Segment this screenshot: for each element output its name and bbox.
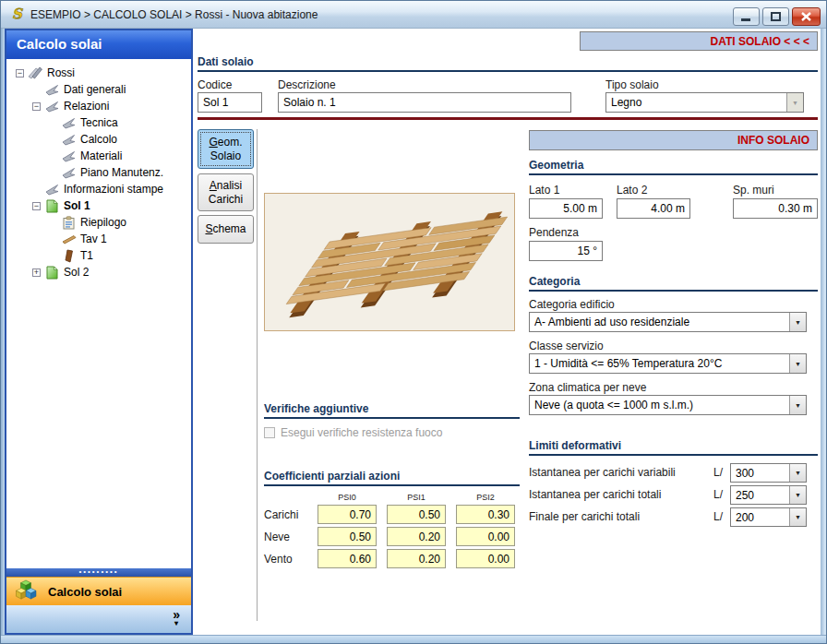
collapse-chevron-icon[interactable]: » ▾ xyxy=(173,611,180,627)
tree-collapse-icon[interactable]: − xyxy=(32,102,41,111)
dropdown-arrow-icon: ▼ xyxy=(786,93,803,112)
categoria-edificio-label: Categoria edificio xyxy=(529,298,615,311)
app-logo-icon: S xyxy=(11,6,28,25)
carichi-psi0-input[interactable]: 0.70 xyxy=(318,505,377,524)
dropdown-arrow-icon[interactable]: ▼ xyxy=(789,396,806,414)
neve-psi2-input[interactable]: 0.00 xyxy=(456,527,515,546)
neve-psi0-input[interactable]: 0.50 xyxy=(318,527,377,546)
categoria-edificio-dropdown[interactable]: A- Ambienti ad uso residenziale ▼ xyxy=(529,312,807,332)
svg-text:S: S xyxy=(12,6,23,22)
tree-item-label: Rossi xyxy=(47,66,75,79)
section-title-coefficienti: Coefficienti parziali azioni xyxy=(264,470,400,483)
minimize-button[interactable] xyxy=(733,7,760,26)
descrizione-label: Descrizione xyxy=(278,78,336,91)
section-title-categoria: Categoria xyxy=(529,275,580,288)
lato2-input[interactable]: 4.00 m xyxy=(617,198,690,219)
zona-climatica-dropdown[interactable]: Neve (a quota <= 1000 m s.l.m.) ▼ xyxy=(529,395,807,415)
arrow-icon xyxy=(61,149,77,163)
dati-solaio-button[interactable]: DATI SOLAIO < < < xyxy=(580,31,818,51)
titlebar[interactable]: S ESEMPIO > CALCOLO SOLAI > Rossi - Nuov… xyxy=(1,1,827,29)
wood-icon xyxy=(61,248,77,263)
carichi-psi1-input[interactable]: 0.50 xyxy=(387,505,446,524)
vento-psi1-input[interactable]: 0.20 xyxy=(387,549,446,568)
tools-icon xyxy=(28,66,43,80)
limite-1-dropdown[interactable]: 300 ▼ xyxy=(730,463,807,483)
tree-item-relazioni[interactable]: −Relazioni xyxy=(6,98,191,114)
limite-3-dropdown[interactable]: 200 ▼ xyxy=(730,507,807,527)
tree-collapse-icon[interactable]: − xyxy=(32,202,41,210)
arrow-icon xyxy=(61,115,77,130)
limite-1-prefix: L/ xyxy=(713,466,723,479)
vento-psi0-input[interactable]: 0.60 xyxy=(318,549,377,568)
classe-servizio-dropdown[interactable]: 1 - Umidità <= 65% Temperatura 20°C ▼ xyxy=(529,353,807,374)
limite-3-prefix: L/ xyxy=(713,510,723,523)
content-divider xyxy=(257,129,258,621)
tree-item-label: Calcolo xyxy=(80,133,117,146)
row-label-vento: Vento xyxy=(264,553,293,566)
navigation-tree[interactable]: −RossiDati generali−RelazioniTecnicaCalc… xyxy=(6,59,191,568)
tree-expand-icon[interactable]: + xyxy=(32,268,41,277)
vento-psi2-input[interactable]: 0.00 xyxy=(456,549,515,568)
dropdown-arrow-icon[interactable]: ▼ xyxy=(789,354,806,373)
lato2-label: Lato 2 xyxy=(617,184,647,197)
neve-psi1-input[interactable]: 0.20 xyxy=(387,527,446,546)
tree-item-rossi[interactable]: −Rossi xyxy=(6,65,191,81)
nav-collapse-panel[interactable]: » ▾ xyxy=(6,605,191,633)
tree-item-dati-generali[interactable]: Dati generali xyxy=(6,81,191,98)
row-label-carichi: Carichi xyxy=(264,508,298,521)
fuoco-checkbox[interactable] xyxy=(264,427,275,438)
arrow-icon xyxy=(44,182,60,197)
window-title: ESEMPIO > CALCOLO SOLAI > Rossi - Nuova … xyxy=(30,8,318,21)
maroon-rule xyxy=(198,117,818,120)
section-rule xyxy=(529,290,818,292)
tab-geom-solaio[interactable]: Geom. Solaio xyxy=(198,129,254,169)
codice-input[interactable]: Sol 1 xyxy=(198,92,262,113)
psi0-column-header: PSI0 xyxy=(318,493,377,502)
info-solaio-button[interactable]: INFO SOLAIO xyxy=(529,130,818,150)
tree-item-tav-1[interactable]: Tav 1 xyxy=(6,231,191,247)
carichi-psi2-input[interactable]: 0.30 xyxy=(456,505,515,524)
tree-item-informazioni-stampe[interactable]: Informazioni stampe xyxy=(6,181,191,197)
tree-item-materiali[interactable]: Materiali xyxy=(6,148,191,164)
tree-item-label: Relazioni xyxy=(64,100,109,113)
tree-item-piano-manutenz-[interactable]: Piano Manutenz. xyxy=(6,164,191,181)
dropdown-arrow-icon[interactable]: ▼ xyxy=(789,508,806,526)
tipo-solaio-dropdown[interactable]: Legno ▼ xyxy=(605,92,804,113)
splitter-handle[interactable]: ••••••••• xyxy=(6,568,191,577)
section-title-geometria: Geometria xyxy=(529,159,583,172)
arrow-icon xyxy=(61,132,77,147)
dropdown-arrow-icon[interactable]: ▼ xyxy=(789,486,806,504)
psi2-column-header: PSI2 xyxy=(456,493,515,502)
status-bar xyxy=(1,635,827,644)
dropdown-arrow-icon[interactable]: ▼ xyxy=(789,464,806,482)
tree-item-t1[interactable]: T1 xyxy=(6,247,191,264)
arrow-icon xyxy=(61,165,77,180)
nav-calcolo-solai-button[interactable]: Calcolo solai xyxy=(6,577,191,605)
spmuri-input[interactable]: 0.30 m xyxy=(733,198,818,219)
dropdown-arrow-icon[interactable]: ▼ xyxy=(789,313,806,331)
pendenza-input[interactable]: 15 ° xyxy=(529,241,603,261)
tree-item-calcolo[interactable]: Calcolo xyxy=(6,131,191,148)
close-button[interactable] xyxy=(792,7,821,26)
zona-climatica-label: Zona climatica per neve xyxy=(529,381,646,394)
tree-collapse-icon[interactable]: − xyxy=(16,69,24,78)
tree-item-tecnica[interactable]: Tecnica xyxy=(6,114,191,131)
limite-2-label: Istantanea per carichi totali xyxy=(529,488,661,501)
section-rule xyxy=(529,173,818,175)
nav-calcolo-solai-label: Calcolo solai xyxy=(48,585,122,599)
maximize-button[interactable] xyxy=(762,7,789,26)
tab-analisi-carichi[interactable]: Analisi Carichi xyxy=(198,173,254,211)
tree-item-sol-2[interactable]: +Sol 2 xyxy=(6,264,191,280)
window-frame-right xyxy=(821,29,827,635)
tab-schema[interactable]: Schema xyxy=(198,215,254,244)
tree-item-riepilogo[interactable]: Riepilogo xyxy=(6,214,191,231)
wood-floor-image xyxy=(264,193,515,331)
limite-2-prefix: L/ xyxy=(713,488,723,501)
tree-item-sol-1[interactable]: −Sol 1 xyxy=(6,197,191,214)
limite-2-dropdown[interactable]: 250 ▼ xyxy=(730,485,807,505)
limite-3-label: Finale per carichi totali xyxy=(529,510,640,523)
tipo-solaio-label: Tipo solaio xyxy=(605,78,659,91)
lato1-input[interactable]: 5.00 m xyxy=(529,198,603,219)
descrizione-input[interactable]: Solaio n. 1 xyxy=(278,92,571,113)
doc-icon xyxy=(44,198,60,213)
